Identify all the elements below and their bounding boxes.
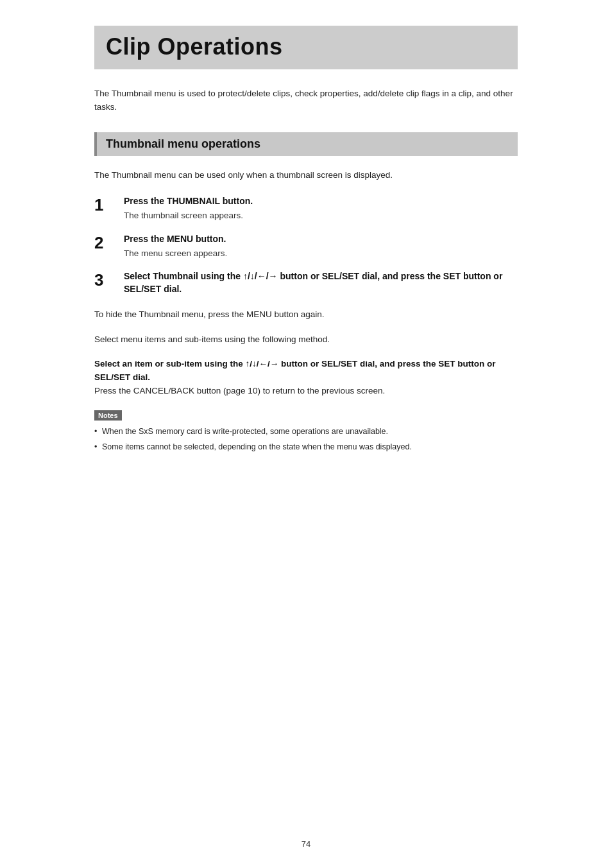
step-2-number: 2 <box>94 233 117 252</box>
section-header: Thumbnail menu operations <box>94 132 518 156</box>
intro-paragraph: The Thumbnail menu is used to protect/de… <box>94 87 518 114</box>
select-instruction: Select an item or sub-item using the ↑/↓… <box>94 358 518 398</box>
step-2-content: Press the MENU button. The menu screen a… <box>117 233 518 261</box>
page-number: 74 <box>302 839 310 849</box>
title-box: Clip Operations <box>94 26 518 69</box>
section-heading: Thumbnail menu operations <box>106 137 509 151</box>
step-3: 3 Select Thumbnail using the ↑/↓/←/→ but… <box>94 270 518 297</box>
page-title: Clip Operations <box>106 33 506 60</box>
note-item-2: Some items cannot be selected, depending… <box>94 441 518 453</box>
step-2-title: Press the MENU button. <box>124 233 518 246</box>
after-steps-text-1: To hide the Thumbnail menu, press the ME… <box>94 308 518 322</box>
note-item-1: When the SxS memory card is write-protec… <box>94 426 518 438</box>
notes-label: Notes <box>94 410 122 421</box>
step-1-desc: The thumbnail screen appears. <box>124 209 518 222</box>
step-1: 1 Press the THUMBNAIL button. The thumbn… <box>94 195 518 223</box>
step-3-content: Select Thumbnail using the ↑/↓/←/→ butto… <box>117 270 518 297</box>
page-container: Clip Operations The Thumbnail menu is us… <box>56 0 556 868</box>
step-2-desc: The menu screen appears. <box>124 247 518 260</box>
notes-section: Notes When the SxS memory card is write-… <box>94 410 518 453</box>
step-3-title: Select Thumbnail using the ↑/↓/←/→ butto… <box>124 270 518 295</box>
step-2: 2 Press the MENU button. The menu screen… <box>94 233 518 261</box>
cancel-text: Press the CANCEL/BACK button (page 10) t… <box>94 385 518 398</box>
section-intro: The Thumbnail menu can be used only when… <box>94 169 518 182</box>
step-1-content: Press the THUMBNAIL button. The thumbnai… <box>117 195 518 223</box>
notes-list: When the SxS memory card is write-protec… <box>94 426 518 453</box>
step-1-number: 1 <box>94 195 117 214</box>
step-3-number: 3 <box>94 270 117 290</box>
step-1-title: Press the THUMBNAIL button. <box>124 195 518 208</box>
select-instruction-bold: Select an item or sub-item using the ↑/↓… <box>94 358 518 385</box>
after-steps-text-2: Select menu items and sub-items using th… <box>94 333 518 347</box>
